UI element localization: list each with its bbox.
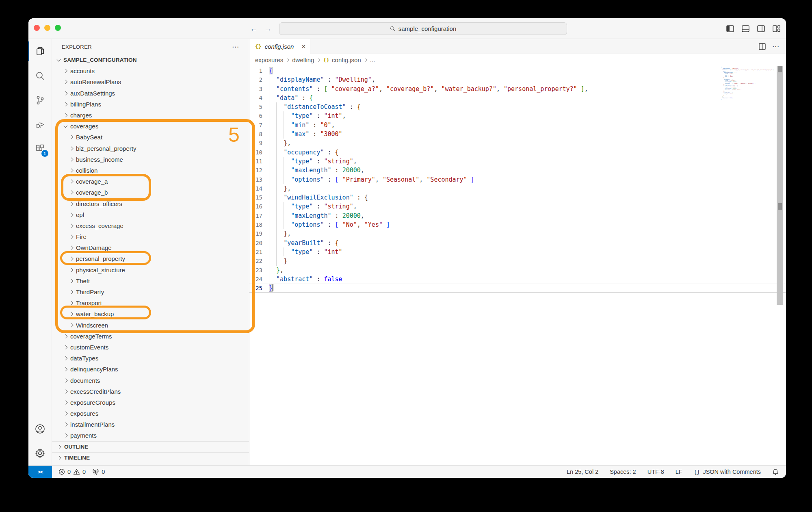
editor-scrollbar[interactable] [777,66,783,305]
tree-item-customEvents[interactable]: customEvents [52,342,249,353]
breadcrumb-item[interactable]: exposures [255,56,283,63]
tree-item-accounts[interactable]: accounts [52,65,249,76]
tree-item-label: coverageTerms [70,333,112,340]
toggle-panel-icon[interactable] [742,25,749,32]
breadcrumb-item[interactable]: dwelling [292,56,314,63]
tree-item-coverages[interactable]: coverages [52,121,249,132]
forward-arrow-icon[interactable]: → [264,24,272,33]
error-icon [58,469,65,475]
cursor-position[interactable]: Ln 25, Col 2 [567,469,598,475]
explorer-more-actions-icon[interactable]: ⋯ [232,43,239,51]
search-icon [35,71,45,81]
tree-item-label: dataTypes [70,355,98,362]
customize-layout-icon[interactable] [773,25,780,32]
tree-item-epl[interactable]: epl [52,209,249,220]
breadcrumb-item[interactable]: {}config.json [323,56,361,63]
settings-button[interactable] [28,441,52,465]
close-tab-icon[interactable]: ✕ [301,43,306,50]
tree-item-Theft[interactable]: Theft [52,276,249,286]
explorer-activity-button[interactable] [28,39,52,63]
zoom-window-button[interactable] [55,25,61,31]
line-number: 20 [249,239,262,247]
back-arrow-icon[interactable]: ← [250,24,258,33]
tree-item-SAMPLE_CONFIGURATION[interactable]: SAMPLE_CONFIGURATION [52,54,249,65]
traffic-lights [34,25,61,31]
language-label: JSON with Comments [703,469,761,475]
breadcrumb-item[interactable]: ... [370,56,375,63]
tree-item-autoRenewalPlans[interactable]: autoRenewalPlans [52,76,249,87]
toggle-primary-sidebar-icon[interactable] [726,25,734,32]
tree-item-charges[interactable]: charges [52,110,249,121]
tree-item-collision[interactable]: collision [52,165,249,176]
minimap[interactable]: { "displayName" : "Dwelling", "contents"… [721,67,775,100]
tree-item-Fire[interactable]: Fire [52,231,249,242]
tab-bar: {} config.json ✕ ⋯ [249,39,786,54]
code-editor[interactable]: 1{2 "displayName" : "Dwelling",3 "conten… [249,66,786,465]
tree-item-billingPlans[interactable]: billingPlans [52,99,249,110]
tree-item-physical_structure[interactable]: physical_structure [52,265,249,276]
eol-sequence[interactable]: LF [676,469,682,475]
tree-item-coverage_b[interactable]: coverage_b [52,187,249,198]
files-icon [35,46,45,56]
code-line-22: 22 } [249,256,786,265]
source-control-activity-button[interactable] [28,88,52,112]
tree-item-water_backup[interactable]: water_backup [52,308,249,319]
command-center-search[interactable]: sample_configuration [279,22,567,35]
split-editor-icon[interactable] [759,43,766,50]
tree-item-delinquencyPlans[interactable]: delinquencyPlans [52,364,249,375]
tree-item-label: autoRenewalPlans [70,78,121,85]
tree-item-label: exposureGroups [70,399,115,406]
tree-item-ThirdParty[interactable]: ThirdParty [52,286,249,297]
tree-item-documents[interactable]: documents [52,375,249,386]
indentation[interactable]: Spaces: 2 [610,469,636,475]
sidebar-title: EXPLORER [62,44,92,50]
chevron-right-icon [64,80,68,84]
search-activity-button[interactable] [28,63,52,88]
run-debug-activity-button[interactable] [28,112,52,137]
warning-icon [73,469,80,475]
remote-indicator[interactable]: >< [28,466,52,478]
tree-item-label: billingPlans [70,101,101,108]
tree-item-coverageTerms[interactable]: coverageTerms [52,331,249,342]
tree-item-excessCreditPlans[interactable]: excessCreditPlans [52,386,249,397]
tree-item-exposureGroups[interactable]: exposureGroups [52,397,249,408]
problems-indicator[interactable]: 0 0 [58,469,86,475]
tree-item-payments[interactable]: payments [52,430,249,441]
timeline-section-header[interactable]: TIMELINE [52,452,249,463]
minimize-window-button[interactable] [44,25,50,31]
language-mode[interactable]: {} JSON with Comments [694,469,761,475]
editor-more-actions-icon[interactable]: ⋯ [772,42,780,51]
tree-item-BabySeat[interactable]: BabySeat [52,132,249,143]
notifications-bell-icon[interactable] [772,469,779,475]
toggle-secondary-sidebar-icon[interactable] [757,25,765,32]
encoding[interactable]: UTF-8 [647,469,664,475]
ports-indicator[interactable]: 0 [92,469,105,475]
accounts-button[interactable] [28,417,52,441]
tree-item-Windscreen[interactable]: Windscreen [52,320,249,331]
tab-config-json[interactable]: {} config.json ✕ [249,39,310,54]
warning-count: 0 [82,469,86,475]
tree-item-directors_officers[interactable]: directors_officers [52,198,249,209]
tree-item-Transport[interactable]: Transport [52,297,249,308]
tree-item-excess_coverage[interactable]: excess_coverage [52,220,249,231]
tree-item-exposures[interactable]: exposures [52,408,249,419]
chevron-down-icon [64,124,68,128]
tree-item-coverage_a[interactable]: coverage_a [52,176,249,187]
line-number: 3 [249,85,262,93]
tree-item-auxDataSettings[interactable]: auxDataSettings [52,88,249,99]
chevron-down-icon [57,57,61,61]
tree-item-OwnDamage[interactable]: OwnDamage [52,242,249,253]
json-file-icon: {} [255,43,262,50]
tree-item-installmentPlans[interactable]: installmentPlans [52,419,249,430]
tree-item-biz_personal_property[interactable]: biz_personal_property [52,143,249,154]
close-window-button[interactable] [34,25,40,31]
tree-item-personal_property[interactable]: personal_property [52,253,249,264]
tree-item-label: Theft [76,278,90,284]
tree-item-dataTypes[interactable]: dataTypes [52,353,249,364]
chevron-right-icon [364,58,367,61]
extensions-activity-button[interactable]: 1 [28,137,52,161]
tree-item-label: exposures [70,410,98,417]
tree-item-business_income[interactable]: business_income [52,154,249,165]
line-number: 21 [249,247,262,256]
outline-section-header[interactable]: OUTLINE [52,441,249,452]
